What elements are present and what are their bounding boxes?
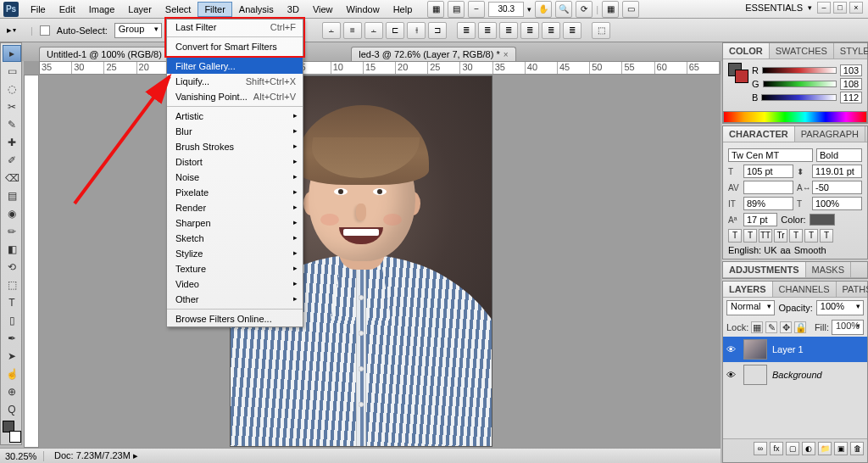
tool-13[interactable]: ⬚ <box>3 276 21 293</box>
tool-17[interactable]: ➤ <box>3 348 21 365</box>
menu-item-filter-gallery[interactable]: Filter Gallery... <box>167 56 303 74</box>
panel-tab-character[interactable]: CHARACTER <box>723 126 795 142</box>
kerning-field[interactable] <box>743 181 793 194</box>
text-style-btn-1[interactable]: T <box>743 229 757 243</box>
menu-filter[interactable]: Filter <box>198 2 231 17</box>
menu-image[interactable]: Image <box>82 2 122 17</box>
tracking-field[interactable]: -50 <box>812 181 862 194</box>
layer-group-icon[interactable]: 📁 <box>818 442 832 455</box>
menu-file[interactable]: File <box>24 2 53 17</box>
menu-item-pixelate[interactable]: Pixelate▸ <box>167 185 303 200</box>
adjustment-layer-icon[interactable]: ◐ <box>802 442 815 455</box>
visibility-toggle-icon[interactable]: 👁 <box>726 370 738 380</box>
align-top-icon[interactable]: ⫠ <box>322 22 341 39</box>
menu-analysis[interactable]: Analysis <box>232 2 281 17</box>
tool-19[interactable]: ⊕ <box>3 383 21 400</box>
arrange-docs-icon[interactable]: ▦ <box>602 1 619 18</box>
visibility-toggle-icon[interactable]: 👁 <box>726 344 738 354</box>
menu-item-vanishing-point[interactable]: Vanishing Point...Alt+Ctrl+V <box>167 89 303 104</box>
menu-item-last-filter[interactable]: Last FilterCtrl+F <box>167 20 303 35</box>
r-slider[interactable] <box>762 67 837 74</box>
font-family-dropdown[interactable]: Tw Cen MT <box>728 148 813 162</box>
r-value[interactable]: 103 <box>840 64 862 76</box>
menu-item-texture[interactable]: Texture▸ <box>167 261 303 276</box>
screen-mode-icon[interactable]: ▭ <box>622 1 639 18</box>
language-dropdown[interactable]: English: UK <box>728 245 776 255</box>
menu-3d[interactable]: 3D <box>281 2 306 17</box>
menu-select[interactable]: Select <box>159 2 198 17</box>
menu-item-sketch[interactable]: Sketch▸ <box>167 231 303 246</box>
tool-12[interactable]: ⟲ <box>3 259 21 276</box>
new-layer-icon[interactable]: ▣ <box>834 442 848 455</box>
tool-15[interactable]: ▯ <box>3 312 21 329</box>
menu-edit[interactable]: Edit <box>53 2 82 17</box>
menu-window[interactable]: Window <box>340 2 387 17</box>
text-style-btn-4[interactable]: T <box>789 229 803 243</box>
layer-style-icon[interactable]: fx <box>770 442 783 455</box>
align-vmid-icon[interactable]: ≡ <box>343 22 362 39</box>
menu-item-artistic[interactable]: Artistic▸ <box>167 106 303 124</box>
text-style-btn-2[interactable]: TT <box>759 229 772 243</box>
dist-right-icon[interactable]: ≣ <box>563 22 581 39</box>
menu-help[interactable]: Help <box>387 2 420 17</box>
text-color-swatch[interactable] <box>810 214 835 226</box>
antialias-dropdown[interactable]: Smooth <box>794 245 835 255</box>
tool-4[interactable]: ✎ <box>3 116 21 133</box>
tool-6[interactable]: ✐ <box>3 152 21 169</box>
menu-item-liquify[interactable]: Liquify...Shift+Ctrl+X <box>167 74 303 89</box>
layer-name[interactable]: Layer 1 <box>772 344 804 354</box>
menu-item-blur[interactable]: Blur▸ <box>167 124 303 139</box>
menu-item-sharpen[interactable]: Sharpen▸ <box>167 215 303 231</box>
dist-vmid-icon[interactable]: ≣ <box>478 22 497 39</box>
panel-tab-styles[interactable]: STYLES <box>834 43 868 59</box>
menu-item-brush-strokes[interactable]: Brush Strokes▸ <box>167 139 303 154</box>
layer-thumbnail[interactable] <box>743 339 767 360</box>
dist-bottom-icon[interactable]: ≣ <box>499 22 518 39</box>
layer-name[interactable]: Background <box>772 370 822 380</box>
fg-bg-color[interactable] <box>3 421 21 443</box>
launch-bridge-icon[interactable]: ▦ <box>427 1 444 18</box>
align-hmid-icon[interactable]: ⫲ <box>407 22 426 39</box>
panel-tab-adjustments[interactable]: ADJUSTMENTS <box>723 262 806 277</box>
layer-thumbnail[interactable] <box>743 365 767 385</box>
delete-layer-icon[interactable]: 🗑 <box>850 442 864 455</box>
layer-mask-icon[interactable]: ▢ <box>786 442 799 455</box>
color-spectrum[interactable] <box>723 111 867 123</box>
opacity-field[interactable]: 100% <box>816 300 864 315</box>
layer-row[interactable]: 👁Layer 1 <box>723 337 867 362</box>
menu-item-noise[interactable]: Noise▸ <box>167 170 303 185</box>
text-style-btn-0[interactable]: T <box>728 229 742 243</box>
menu-item-render[interactable]: Render▸ <box>167 200 303 215</box>
panel-tab-layers[interactable]: LAYERS <box>723 282 773 297</box>
tool-5[interactable]: ✚ <box>3 134 21 151</box>
close-button[interactable]: × <box>849 2 863 14</box>
zoom-out-icon[interactable]: − <box>468 1 485 18</box>
tool-7[interactable]: ⌫ <box>3 170 21 187</box>
layer-row[interactable]: 👁Background <box>723 362 867 388</box>
document-tab[interactable]: Untitled-1 @ 100% (RGB/8) * × <box>39 47 184 61</box>
menu-item-browse-filters-online[interactable]: Browse Filters Online... <box>167 309 303 326</box>
panel-tab-swatches[interactable]: SWATCHES <box>770 43 834 59</box>
menu-item-video[interactable]: Video▸ <box>167 276 303 292</box>
fill-field[interactable]: 100% <box>832 320 864 335</box>
menu-view[interactable]: View <box>306 2 340 17</box>
panel-tab-color[interactable]: COLOR <box>723 43 770 59</box>
tool-10[interactable]: ✏ <box>3 223 21 240</box>
lock-transparency-icon[interactable]: ▦ <box>751 321 763 333</box>
b-slider[interactable] <box>761 94 837 101</box>
g-value[interactable]: 108 <box>840 78 862 90</box>
zoom-tool-icon[interactable]: 🔍 <box>555 1 572 18</box>
dist-left-icon[interactable]: ≣ <box>520 22 539 39</box>
tool-3[interactable]: ✂ <box>3 98 21 115</box>
text-style-btn-6[interactable]: T <box>820 229 833 243</box>
g-slider[interactable] <box>763 81 837 87</box>
tool-0[interactable]: ▸ <box>3 45 21 62</box>
dist-hmid-icon[interactable]: ≣ <box>542 22 560 39</box>
hscale-field[interactable]: 100% <box>812 197 862 210</box>
view-extras-icon[interactable]: ▤ <box>448 1 465 18</box>
align-bottom-icon[interactable]: ⫠ <box>364 22 383 39</box>
auto-select-target-dropdown[interactable]: Group <box>114 23 162 38</box>
rotate-view-icon[interactable]: ⟳ <box>576 1 593 18</box>
tool-20[interactable]: Q <box>3 401 21 418</box>
panel-tab-paragraph[interactable]: PARAGRAPH <box>795 126 865 142</box>
